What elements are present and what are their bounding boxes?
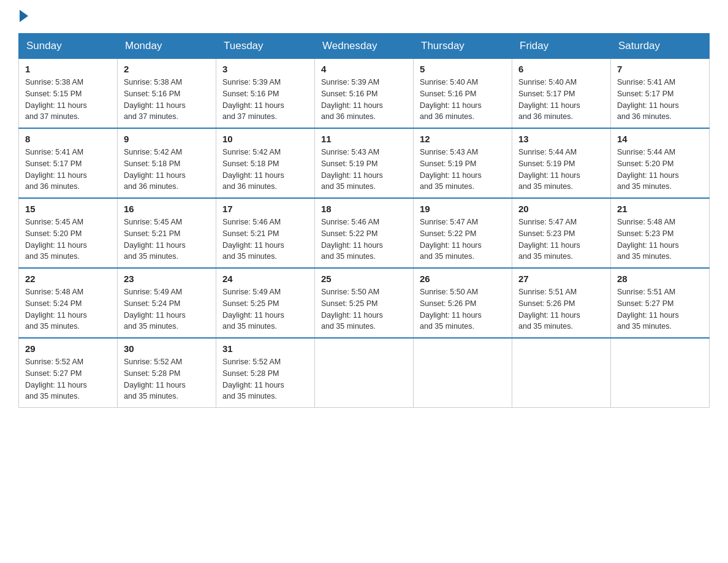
day-number: 3 bbox=[222, 64, 308, 74]
day-info: Sunrise: 5:49 AMSunset: 5:25 PMDaylight:… bbox=[222, 286, 308, 332]
day-number: 5 bbox=[420, 64, 506, 74]
calendar-header-thursday: Thursday bbox=[414, 34, 512, 59]
calendar-header-sunday: Sunday bbox=[19, 34, 118, 59]
day-number: 30 bbox=[124, 343, 210, 354]
day-info: Sunrise: 5:47 AMSunset: 5:23 PMDaylight:… bbox=[518, 216, 604, 262]
day-info: Sunrise: 5:40 AMSunset: 5:16 PMDaylight:… bbox=[420, 77, 506, 123]
day-number: 28 bbox=[617, 274, 703, 284]
day-number: 19 bbox=[420, 204, 506, 214]
calendar-cell: 31Sunrise: 5:52 AMSunset: 5:28 PMDayligh… bbox=[216, 338, 315, 408]
day-info: Sunrise: 5:44 AMSunset: 5:20 PMDaylight:… bbox=[617, 147, 703, 193]
day-info: Sunrise: 5:45 AMSunset: 5:21 PMDaylight:… bbox=[124, 216, 210, 262]
calendar-cell: 2Sunrise: 5:38 AMSunset: 5:16 PMDaylight… bbox=[118, 59, 216, 129]
day-number: 25 bbox=[321, 274, 407, 284]
day-info: Sunrise: 5:44 AMSunset: 5:19 PMDaylight:… bbox=[518, 147, 604, 193]
calendar-cell: 23Sunrise: 5:49 AMSunset: 5:24 PMDayligh… bbox=[118, 268, 216, 338]
day-number: 6 bbox=[518, 64, 604, 74]
calendar-cell: 28Sunrise: 5:51 AMSunset: 5:27 PMDayligh… bbox=[611, 268, 710, 338]
day-info: Sunrise: 5:51 AMSunset: 5:26 PMDaylight:… bbox=[518, 286, 604, 332]
logo-arrow-icon bbox=[20, 10, 28, 22]
calendar-cell: 1Sunrise: 5:38 AMSunset: 5:15 PMDaylight… bbox=[19, 59, 118, 129]
day-info: Sunrise: 5:49 AMSunset: 5:24 PMDaylight:… bbox=[124, 286, 210, 332]
day-info: Sunrise: 5:52 AMSunset: 5:28 PMDaylight:… bbox=[222, 356, 308, 402]
day-info: Sunrise: 5:46 AMSunset: 5:21 PMDaylight:… bbox=[222, 216, 308, 262]
day-number: 21 bbox=[617, 204, 703, 214]
calendar-header-tuesday: Tuesday bbox=[216, 34, 315, 59]
day-info: Sunrise: 5:43 AMSunset: 5:19 PMDaylight:… bbox=[321, 147, 407, 193]
day-number: 29 bbox=[25, 343, 111, 354]
calendar-week-row: 22Sunrise: 5:48 AMSunset: 5:24 PMDayligh… bbox=[19, 268, 710, 338]
calendar-header-row: SundayMondayTuesdayWednesdayThursdayFrid… bbox=[19, 34, 710, 59]
day-number: 8 bbox=[25, 134, 111, 144]
calendar-cell bbox=[611, 338, 710, 408]
calendar-cell: 8Sunrise: 5:41 AMSunset: 5:17 PMDaylight… bbox=[19, 128, 118, 198]
day-number: 18 bbox=[321, 204, 407, 214]
calendar-cell: 5Sunrise: 5:40 AMSunset: 5:16 PMDaylight… bbox=[414, 59, 512, 129]
day-number: 9 bbox=[124, 134, 210, 144]
day-number: 24 bbox=[222, 274, 308, 284]
day-number: 16 bbox=[124, 204, 210, 214]
day-info: Sunrise: 5:38 AMSunset: 5:15 PMDaylight:… bbox=[25, 77, 111, 123]
calendar-cell: 30Sunrise: 5:52 AMSunset: 5:28 PMDayligh… bbox=[118, 338, 216, 408]
calendar-cell: 24Sunrise: 5:49 AMSunset: 5:25 PMDayligh… bbox=[216, 268, 315, 338]
day-info: Sunrise: 5:50 AMSunset: 5:25 PMDaylight:… bbox=[321, 286, 407, 332]
day-info: Sunrise: 5:45 AMSunset: 5:20 PMDaylight:… bbox=[25, 216, 111, 262]
calendar-cell bbox=[414, 338, 512, 408]
day-number: 15 bbox=[25, 204, 111, 214]
day-number: 20 bbox=[518, 204, 604, 214]
day-number: 12 bbox=[420, 134, 506, 144]
calendar-week-row: 15Sunrise: 5:45 AMSunset: 5:20 PMDayligh… bbox=[19, 198, 710, 268]
day-info: Sunrise: 5:48 AMSunset: 5:24 PMDaylight:… bbox=[25, 286, 111, 332]
calendar-cell: 20Sunrise: 5:47 AMSunset: 5:23 PMDayligh… bbox=[512, 198, 611, 268]
calendar-cell: 16Sunrise: 5:45 AMSunset: 5:21 PMDayligh… bbox=[118, 198, 216, 268]
calendar-cell: 26Sunrise: 5:50 AMSunset: 5:26 PMDayligh… bbox=[414, 268, 512, 338]
calendar-week-row: 29Sunrise: 5:52 AMSunset: 5:27 PMDayligh… bbox=[19, 338, 710, 408]
day-info: Sunrise: 5:42 AMSunset: 5:18 PMDaylight:… bbox=[222, 147, 308, 193]
day-info: Sunrise: 5:46 AMSunset: 5:22 PMDaylight:… bbox=[321, 216, 407, 262]
day-info: Sunrise: 5:40 AMSunset: 5:17 PMDaylight:… bbox=[518, 77, 604, 123]
day-number: 7 bbox=[617, 64, 703, 74]
calendar-cell: 19Sunrise: 5:47 AMSunset: 5:22 PMDayligh… bbox=[414, 198, 512, 268]
day-number: 23 bbox=[124, 274, 210, 284]
calendar-week-row: 1Sunrise: 5:38 AMSunset: 5:15 PMDaylight… bbox=[19, 59, 710, 129]
calendar-cell: 6Sunrise: 5:40 AMSunset: 5:17 PMDaylight… bbox=[512, 59, 611, 129]
calendar-table: SundayMondayTuesdayWednesdayThursdayFrid… bbox=[18, 33, 710, 408]
calendar-cell: 18Sunrise: 5:46 AMSunset: 5:22 PMDayligh… bbox=[315, 198, 414, 268]
calendar-cell: 21Sunrise: 5:48 AMSunset: 5:23 PMDayligh… bbox=[611, 198, 710, 268]
day-info: Sunrise: 5:39 AMSunset: 5:16 PMDaylight:… bbox=[321, 77, 407, 123]
calendar-cell: 4Sunrise: 5:39 AMSunset: 5:16 PMDaylight… bbox=[315, 59, 414, 129]
calendar-header-friday: Friday bbox=[512, 34, 611, 59]
day-info: Sunrise: 5:50 AMSunset: 5:26 PMDaylight:… bbox=[420, 286, 506, 332]
day-number: 26 bbox=[420, 274, 506, 284]
day-info: Sunrise: 5:52 AMSunset: 5:28 PMDaylight:… bbox=[124, 356, 210, 402]
calendar-header-saturday: Saturday bbox=[611, 34, 710, 59]
page-header bbox=[18, 12, 710, 21]
calendar-cell: 7Sunrise: 5:41 AMSunset: 5:17 PMDaylight… bbox=[611, 59, 710, 129]
calendar-week-row: 8Sunrise: 5:41 AMSunset: 5:17 PMDaylight… bbox=[19, 128, 710, 198]
calendar-cell: 10Sunrise: 5:42 AMSunset: 5:18 PMDayligh… bbox=[216, 128, 315, 198]
calendar-cell: 15Sunrise: 5:45 AMSunset: 5:20 PMDayligh… bbox=[19, 198, 118, 268]
day-number: 13 bbox=[518, 134, 604, 144]
day-info: Sunrise: 5:48 AMSunset: 5:23 PMDaylight:… bbox=[617, 216, 703, 262]
calendar-cell: 29Sunrise: 5:52 AMSunset: 5:27 PMDayligh… bbox=[19, 338, 118, 408]
day-info: Sunrise: 5:52 AMSunset: 5:27 PMDaylight:… bbox=[25, 356, 111, 402]
calendar-cell: 22Sunrise: 5:48 AMSunset: 5:24 PMDayligh… bbox=[19, 268, 118, 338]
calendar-cell: 12Sunrise: 5:43 AMSunset: 5:19 PMDayligh… bbox=[414, 128, 512, 198]
calendar-header-wednesday: Wednesday bbox=[315, 34, 414, 59]
day-number: 11 bbox=[321, 134, 407, 144]
calendar-cell: 17Sunrise: 5:46 AMSunset: 5:21 PMDayligh… bbox=[216, 198, 315, 268]
day-info: Sunrise: 5:38 AMSunset: 5:16 PMDaylight:… bbox=[124, 77, 210, 123]
calendar-cell: 25Sunrise: 5:50 AMSunset: 5:25 PMDayligh… bbox=[315, 268, 414, 338]
day-info: Sunrise: 5:41 AMSunset: 5:17 PMDaylight:… bbox=[25, 147, 111, 193]
day-info: Sunrise: 5:39 AMSunset: 5:16 PMDaylight:… bbox=[222, 77, 308, 123]
day-info: Sunrise: 5:42 AMSunset: 5:18 PMDaylight:… bbox=[124, 147, 210, 193]
calendar-cell: 14Sunrise: 5:44 AMSunset: 5:20 PMDayligh… bbox=[611, 128, 710, 198]
day-number: 27 bbox=[518, 274, 604, 284]
day-number: 22 bbox=[25, 274, 111, 284]
day-info: Sunrise: 5:41 AMSunset: 5:17 PMDaylight:… bbox=[617, 77, 703, 123]
calendar-cell: 3Sunrise: 5:39 AMSunset: 5:16 PMDaylight… bbox=[216, 59, 315, 129]
logo bbox=[18, 12, 28, 21]
calendar-cell: 9Sunrise: 5:42 AMSunset: 5:18 PMDaylight… bbox=[118, 128, 216, 198]
calendar-cell: 13Sunrise: 5:44 AMSunset: 5:19 PMDayligh… bbox=[512, 128, 611, 198]
day-number: 31 bbox=[222, 343, 308, 354]
